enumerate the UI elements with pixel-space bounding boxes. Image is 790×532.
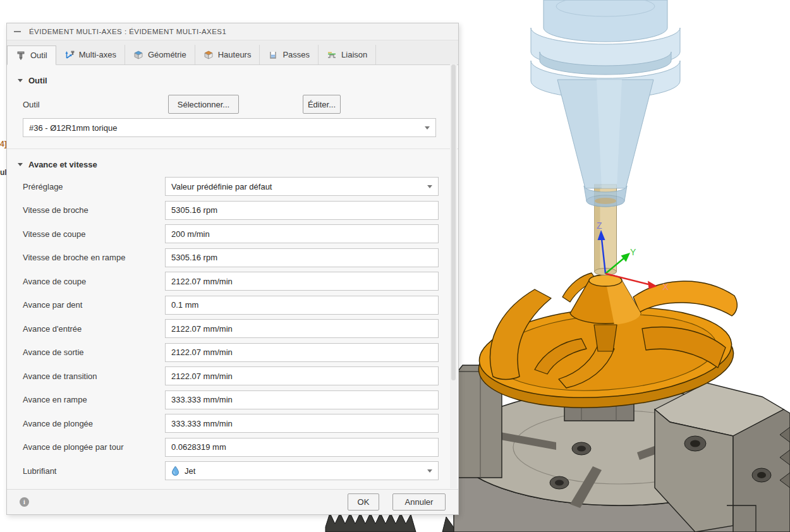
edit-tool-button[interactable]: Éditer... <box>303 95 341 114</box>
linking-icon <box>327 50 337 60</box>
spindle-speed-input[interactable]: 5305.16 rpm <box>165 201 439 220</box>
feed-per-revolution-input[interactable]: 0.0628319 mm <box>165 438 439 457</box>
tool-select[interactable]: #36 - Ø12R1mm torique <box>23 118 436 137</box>
field-label: Préréglage <box>23 182 165 191</box>
dialog-title: ÉVIDEMENT MULTI-AXES : ÉVIDEMENT MULTI-A… <box>29 28 226 35</box>
field-label: Avance d'entrée <box>23 324 165 334</box>
field-row-ramp-feedrate: Avance en rampe 333.333 mm/min <box>23 390 458 409</box>
dialog-body: Outil Outil Sélectionner... Éditer... #3… <box>7 65 458 489</box>
cutting-feedrate-input[interactable]: 2122.07 mm/min <box>165 272 439 291</box>
tab-geometrie[interactable]: Géométrie <box>125 45 195 64</box>
tab-liaison[interactable]: Liaison <box>319 45 376 64</box>
tab-label: Hauteurs <box>218 50 252 59</box>
tool-row: Outil Sélectionner... Éditer... <box>23 95 458 114</box>
axis-y-label: Y <box>630 247 636 257</box>
chevron-down-icon <box>18 79 23 82</box>
axis-x-label: X <box>662 281 669 292</box>
field-row-preset: Préréglage Valeur prédéfinie par défaut <box>23 177 458 196</box>
surface-speed-input[interactable]: 200 m/min <box>165 224 439 243</box>
field-row-spindle-speed: Vitesse de broche 5305.16 rpm <box>23 201 458 220</box>
ramp-spindle-speed-input[interactable]: 5305.16 rpm <box>165 248 439 267</box>
coolant-select[interactable]: Jet <box>165 461 439 480</box>
lead-out-feedrate-input[interactable]: 2122.07 mm/min <box>165 343 439 362</box>
dialog-tabbar: Outil Multi-axes Géom <box>7 40 458 65</box>
field-label: Vitesse de broche en rampe <box>23 253 165 262</box>
passes-icon <box>268 50 278 60</box>
ramp-feedrate-input[interactable]: 333.333 mm/min <box>165 390 439 409</box>
preset-select[interactable]: Valeur prédéfinie par défaut <box>165 177 439 196</box>
section-header-avance[interactable]: Avance et vitesse <box>7 149 458 170</box>
gear-teeth[interactable] <box>325 513 456 532</box>
tab-label: Outil <box>30 51 47 60</box>
field-label: Avance en rampe <box>23 395 165 404</box>
tab-outil[interactable]: Outil <box>7 45 56 65</box>
field-label: Avance de plongée par tour <box>23 442 165 452</box>
lead-in-feedrate-input[interactable]: 2122.07 mm/min <box>165 319 439 338</box>
transition-feedrate-input[interactable]: 2122.07 mm/min <box>165 366 439 385</box>
tool-icon <box>16 51 26 61</box>
field-label: Avance de sortie <box>23 348 165 357</box>
multi-axes-icon <box>64 50 75 60</box>
field-row-feed-per-revolution: Avance de plongée par tour 0.0628319 mm <box>23 438 458 457</box>
tab-label: Géométrie <box>148 50 186 59</box>
field-label: Avance de coupe <box>23 277 165 286</box>
scrollbar-thumb[interactable] <box>451 64 456 380</box>
field-row-ramp-spindle-speed: Vitesse de broche en rampe 5305.16 rpm <box>23 248 458 267</box>
field-label: Avance par dent <box>23 300 165 310</box>
field-row-feed-per-tooth: Avance par dent 0.1 mm <box>23 296 458 315</box>
field-label: Avance de transition <box>23 372 165 381</box>
tool-field-label: Outil <box>23 100 168 109</box>
geometry-icon <box>133 50 143 60</box>
select-tool-button[interactable]: Sélectionner... <box>168 95 239 114</box>
field-row-coolant: Lubrifiant Jet <box>23 461 458 480</box>
ok-button[interactable]: OK <box>348 493 379 511</box>
heights-icon <box>204 50 214 60</box>
chevron-down-icon <box>427 185 432 188</box>
field-row-surface-speed: Vitesse de coupe 200 m/min <box>23 224 458 243</box>
cancel-button[interactable]: Annuler <box>392 493 446 511</box>
plunge-feedrate-input[interactable]: 333.333 mm/min <box>165 414 439 433</box>
tab-passes[interactable]: Passes <box>260 45 319 64</box>
axis-z-label: Z <box>597 221 602 231</box>
minimize-icon[interactable] <box>13 28 21 35</box>
field-label: Vitesse de coupe <box>23 229 165 239</box>
field-row-transition-feedrate: Avance de transition 2122.07 mm/min <box>23 366 458 385</box>
tab-label: Passes <box>283 50 310 59</box>
tab-multi-axes[interactable]: Multi-axes <box>56 45 125 64</box>
field-row-cutting-feedrate: Avance de coupe 2122.07 mm/min <box>23 272 458 291</box>
dialog-scrollbar[interactable] <box>450 64 457 488</box>
tab-label: Multi-axes <box>79 50 116 59</box>
feed-speed-fields: Préréglage Valeur prédéfinie par défaut … <box>7 177 458 480</box>
multiaxis-pocket-dialog: ÉVIDEMENT MULTI-AXES : ÉVIDEMENT MULTI-A… <box>6 23 459 515</box>
field-row-plunge-feedrate: Avance de plongée 333.333 mm/min <box>23 414 458 433</box>
field-row-lead-in-feedrate: Avance d'entrée 2122.07 mm/min <box>23 319 458 338</box>
coolant-droplet-icon <box>171 466 179 476</box>
chevron-down-icon <box>18 163 23 166</box>
tab-hauteurs[interactable]: Hauteurs <box>195 45 260 64</box>
field-label: Vitesse de broche <box>23 205 165 215</box>
dialog-footer: i OK Annuler <box>7 489 458 514</box>
feed-per-tooth-input[interactable]: 0.1 mm <box>165 296 439 315</box>
field-label: Lubrifiant <box>23 466 165 476</box>
app-window: Z Y X 4] ul: ÉVIDEMENT MULTI-AXES : ÉVID… <box>0 0 790 532</box>
dialog-titlebar[interactable]: ÉVIDEMENT MULTI-AXES : ÉVIDEMENT MULTI-A… <box>7 23 458 40</box>
tool-holder[interactable] <box>531 0 680 207</box>
chevron-down-icon <box>425 126 430 130</box>
chevron-down-icon <box>427 469 432 473</box>
section-header-outil[interactable]: Outil <box>7 65 458 86</box>
tab-label: Liaison <box>341 50 367 59</box>
field-row-lead-out-feedrate: Avance de sortie 2122.07 mm/min <box>23 343 458 362</box>
info-icon[interactable]: i <box>20 497 29 507</box>
field-label: Avance de plongée <box>23 419 165 428</box>
